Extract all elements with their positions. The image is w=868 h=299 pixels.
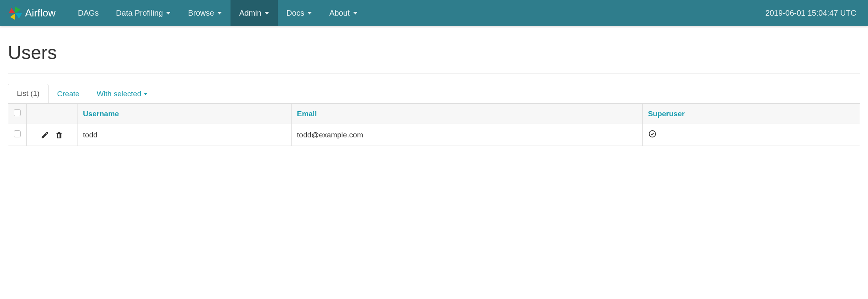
nav-about[interactable]: About — [321, 0, 366, 26]
nav-clock: 2019-06-01 15:04:47 UTC — [765, 0, 860, 26]
tab-label: With selected — [97, 90, 141, 98]
tab-list[interactable]: List (1) — [8, 84, 49, 103]
tabs: List (1) Create With selected — [8, 83, 860, 103]
header-checkbox-cell — [8, 104, 27, 124]
edit-button[interactable] — [41, 131, 49, 139]
table-header-row: Username Email Superuser — [8, 104, 860, 124]
chevron-down-icon — [166, 12, 171, 14]
nav-docs[interactable]: Docs — [278, 0, 321, 26]
header-superuser[interactable]: Superuser — [642, 104, 860, 124]
navbar: Airflow DAGs Data Profiling Browse Admin… — [0, 0, 868, 26]
svg-marker-0 — [15, 6, 20, 13]
svg-marker-3 — [9, 8, 15, 13]
row-select-checkbox[interactable] — [14, 130, 21, 137]
nav-items: DAGs Data Profiling Browse Admin Docs Ab… — [69, 0, 366, 26]
nav-label: About — [329, 9, 349, 18]
pencil-icon — [41, 131, 49, 139]
svg-marker-2 — [10, 13, 15, 20]
tab-with-selected[interactable]: With selected — [88, 85, 156, 103]
brand-link[interactable]: Airflow — [8, 0, 61, 26]
check-circle-icon — [648, 131, 657, 140]
trash-icon — [55, 131, 63, 139]
column-label: Superuser — [648, 110, 685, 118]
nav-label: DAGs — [78, 9, 99, 18]
tab-create[interactable]: Create — [49, 85, 88, 103]
tab-label: List (1) — [17, 89, 40, 98]
header-email[interactable]: Email — [291, 104, 642, 124]
nav-label: Docs — [286, 9, 304, 18]
nav-dags[interactable]: DAGs — [69, 0, 107, 26]
chevron-down-icon — [353, 12, 358, 14]
chevron-down-icon — [307, 12, 312, 14]
nav-browse[interactable]: Browse — [179, 0, 231, 26]
column-label: Email — [297, 110, 317, 118]
column-label: Username — [83, 110, 119, 118]
nav-label: Data Profiling — [116, 9, 163, 18]
svg-point-4 — [649, 131, 656, 137]
chevron-down-icon — [217, 12, 222, 14]
nav-data-profiling[interactable]: Data Profiling — [107, 0, 179, 26]
nav-label: Browse — [188, 9, 214, 18]
nav-label: Admin — [239, 9, 261, 18]
header-actions-cell — [27, 104, 77, 124]
users-table: Username Email Superuser — [8, 103, 860, 146]
cell-username: todd — [77, 124, 292, 146]
page-title: Users — [8, 42, 860, 63]
cell-superuser — [642, 124, 860, 146]
table-row: todd todd@example.com — [8, 124, 860, 146]
delete-button[interactable] — [55, 131, 63, 139]
svg-marker-1 — [15, 13, 22, 18]
row-checkbox-cell — [8, 124, 27, 146]
cell-email: todd@example.com — [291, 124, 642, 146]
email-text: todd@example.com — [297, 131, 363, 139]
clock-text: 2019-06-01 15:04:47 UTC — [765, 9, 856, 18]
select-all-checkbox[interactable] — [14, 109, 21, 116]
nav-admin[interactable]: Admin — [231, 0, 278, 26]
main-container: Users List (1) Create With selected User… — [0, 26, 868, 158]
chevron-down-icon — [265, 12, 269, 14]
row-actions-cell — [27, 124, 77, 146]
airflow-logo-icon — [8, 6, 23, 21]
username-text: todd — [83, 131, 97, 139]
tab-label: Create — [57, 90, 79, 98]
header-username[interactable]: Username — [77, 104, 292, 124]
chevron-down-icon — [144, 93, 148, 95]
brand-text: Airflow — [25, 7, 56, 19]
divider — [8, 73, 860, 74]
